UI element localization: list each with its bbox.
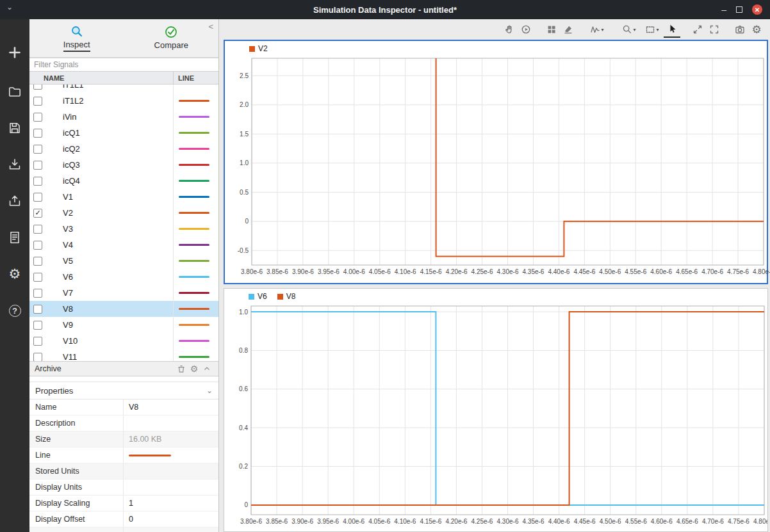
x-tick-label: 4.20e-6 — [445, 518, 467, 525]
open-folder-icon[interactable] — [7, 84, 22, 99]
property-label: Description — [29, 415, 124, 431]
tab-compare[interactable]: Compare — [124, 19, 219, 57]
signal-line-swatch — [179, 180, 209, 182]
signal-row-V7[interactable]: V7 — [29, 285, 218, 301]
properties-header[interactable]: Properties ⌄ — [29, 382, 218, 399]
signal-row-V2[interactable]: ✓V2 — [29, 205, 218, 221]
inspect-magnifier-icon — [70, 25, 83, 38]
signal-checkbox[interactable] — [33, 305, 42, 314]
signal-checkbox[interactable] — [33, 145, 42, 154]
signal-checkbox[interactable] — [33, 85, 42, 90]
signal-checkbox[interactable] — [33, 257, 42, 266]
signal-row-icQ2[interactable]: icQ2 — [29, 141, 218, 157]
x-tick-label: 4.15e-6 — [420, 268, 442, 275]
sidebar-collapse-icon[interactable]: < — [208, 22, 213, 31]
signal-trace-dropdown-icon[interactable]: ▾ — [586, 21, 609, 38]
zoom-region-dropdown-icon[interactable]: ▾ — [641, 21, 664, 38]
maximize-button[interactable] — [736, 6, 742, 13]
signal-row-iT1L2[interactable]: iT1L2 — [29, 93, 218, 109]
signal-checkbox[interactable] — [33, 321, 42, 330]
signal-line-swatch — [179, 324, 209, 326]
save-icon[interactable] — [7, 120, 22, 136]
signal-row-V9[interactable]: V9 — [29, 317, 218, 333]
add-icon[interactable] — [7, 45, 22, 60]
x-tick-label: 4.25e-6 — [471, 268, 493, 275]
zoom-in-dropdown-icon[interactable]: ▾ — [618, 21, 641, 38]
legend-item-V8[interactable]: V8 — [277, 292, 296, 301]
signal-row-iT1L1[interactable]: iT1L1 — [29, 85, 218, 93]
signal-checkbox[interactable] — [33, 353, 42, 362]
signal-checkbox[interactable] — [33, 161, 42, 170]
properties-chevron-down-icon[interactable]: ⌄ — [206, 386, 213, 395]
minimize-button[interactable]: – — [721, 6, 726, 13]
report-icon[interactable] — [7, 230, 22, 245]
legend-item-V6[interactable]: V6 — [249, 292, 267, 301]
signal-row-icQ3[interactable]: icQ3 — [29, 157, 218, 173]
signal-line-cell — [173, 189, 218, 205]
plot-1-canvas[interactable]: 3.80e-63.85e-63.90e-63.95e-64.00e-64.05e… — [225, 56, 767, 282]
signal-checkbox[interactable] — [33, 273, 42, 282]
signal-checkbox[interactable]: ✓ — [33, 209, 42, 218]
column-header-line[interactable]: LINE — [173, 72, 218, 84]
filter-signals-input[interactable] — [29, 58, 218, 72]
preferences-gear-icon[interactable]: ⚙ — [7, 266, 22, 282]
signal-checkbox[interactable] — [33, 177, 42, 186]
property-value[interactable]: 1 — [124, 496, 218, 511]
clear-eraser-icon[interactable] — [560, 21, 577, 38]
archive-gear-icon[interactable]: ⚙ — [188, 364, 201, 374]
signal-row-V3[interactable]: V3 — [29, 221, 218, 237]
plot-panel-2[interactable]: V6V8 3.80e-63.85e-63.90e-63.95e-64.00e-6… — [224, 288, 768, 532]
pointer-icon[interactable] — [664, 21, 680, 38]
trash-icon[interactable] — [175, 364, 188, 373]
plot-2-canvas[interactable]: 3.80e-63.85e-63.90e-63.95e-64.00e-64.05e… — [224, 304, 768, 532]
replay-icon[interactable] — [518, 21, 534, 38]
signal-checkbox[interactable] — [33, 225, 42, 234]
signal-checkbox[interactable] — [33, 241, 42, 250]
archive-collapse-icon[interactable] — [201, 365, 213, 373]
signal-row-icQ4[interactable]: icQ4 — [29, 173, 218, 189]
signal-checkbox[interactable] — [33, 289, 42, 298]
signal-line-swatch — [179, 260, 209, 262]
signal-checkbox[interactable] — [33, 337, 42, 346]
property-value[interactable] — [124, 480, 218, 495]
column-header-name[interactable]: NAME — [29, 74, 173, 82]
signal-row-V4[interactable]: V4 — [29, 237, 218, 253]
signal-checkbox[interactable] — [33, 129, 42, 138]
fit-to-view-icon[interactable] — [689, 21, 706, 38]
signal-checkbox[interactable] — [33, 113, 42, 122]
signal-row-V6[interactable]: V6 — [29, 269, 218, 285]
signal-row-icQ1[interactable]: icQ1 — [29, 125, 218, 141]
archive-bar[interactable]: Archive ⚙ — [29, 361, 218, 376]
legend-item-V2[interactable]: V2 — [249, 44, 268, 53]
property-value[interactable]: 0 — [124, 512, 218, 527]
import-icon[interactable] — [7, 157, 22, 172]
close-button[interactable]: ✕ — [752, 4, 762, 15]
window-menu-chevron-icon[interactable]: ⌄ — [6, 3, 13, 12]
snapshot-camera-icon[interactable] — [732, 21, 748, 38]
export-icon[interactable] — [7, 193, 22, 209]
x-tick-label: 4.70e-6 — [702, 518, 724, 525]
signal-checkbox[interactable] — [33, 97, 42, 106]
tab-inspect[interactable]: Inspect — [29, 19, 124, 57]
layout-icon[interactable] — [543, 21, 560, 38]
signal-row-V1[interactable]: V1 — [29, 189, 218, 205]
property-value[interactable] — [124, 447, 218, 463]
pan-icon[interactable] — [501, 21, 518, 38]
legend-label: V2 — [258, 44, 268, 53]
property-value[interactable]: V8 — [124, 399, 218, 415]
signal-row-iVin[interactable]: iVin — [29, 109, 218, 125]
signal-row-V8[interactable]: V8 — [29, 301, 218, 317]
fullscreen-icon[interactable] — [706, 21, 723, 38]
signal-checkbox[interactable] — [33, 193, 42, 202]
help-icon[interactable]: ? — [7, 303, 22, 318]
x-tick-label: 4.60e-6 — [650, 268, 672, 275]
signal-line-cell — [173, 269, 218, 285]
signal-row-V5[interactable]: V5 — [29, 253, 218, 269]
plot-panel-1[interactable]: V2 3.80e-63.85e-63.90e-63.95e-64.00e-64.… — [224, 40, 768, 284]
property-value[interactable] — [124, 415, 218, 431]
signal-line-swatch — [179, 308, 209, 310]
settings-gear-icon[interactable]: ⚙ — [748, 21, 765, 38]
x-tick-label: 4.40e-6 — [548, 268, 569, 275]
signal-row-V11[interactable]: V11 — [29, 349, 218, 361]
signal-row-V10[interactable]: V10 — [29, 333, 218, 349]
